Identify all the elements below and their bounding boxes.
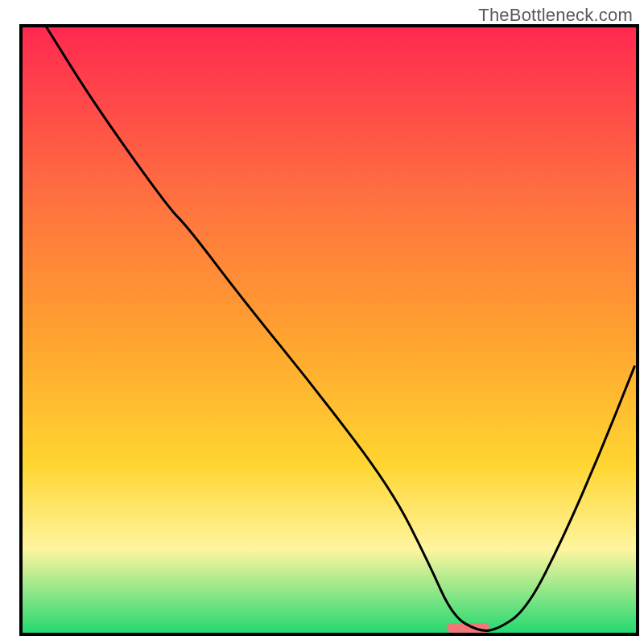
chart-svg (0, 0, 644, 644)
attribution-label: TheBottleneck.com (478, 5, 633, 26)
gradient-background (21, 26, 638, 634)
bottleneck-chart: TheBottleneck.com (0, 0, 644, 644)
